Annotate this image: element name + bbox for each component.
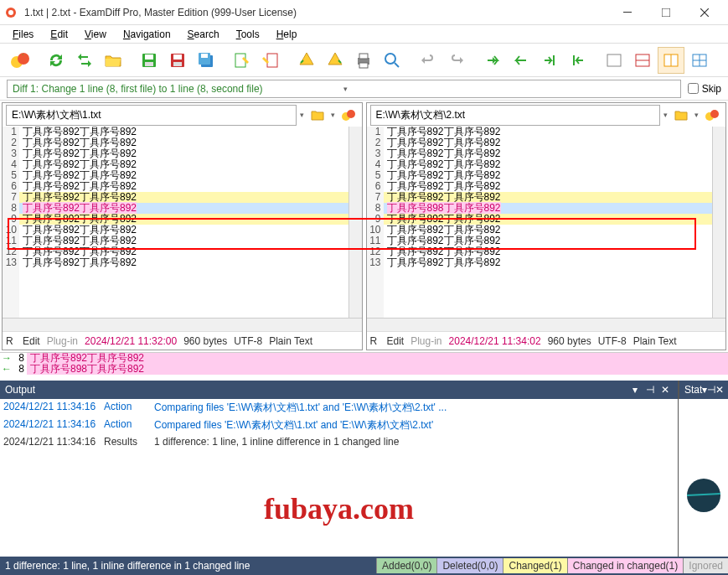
chevron-down-icon[interactable]: ▾ (300, 111, 304, 119)
svg-rect-19 (359, 63, 368, 68)
view-grid-icon[interactable] (686, 47, 713, 74)
compare-file-icon[interactable] (702, 105, 722, 125)
open-file-icon[interactable] (671, 105, 691, 125)
scrollbar-h[interactable] (367, 318, 726, 331)
svg-rect-7 (145, 54, 153, 60)
menu-navigation[interactable]: Navigation (115, 27, 179, 42)
maximize-button[interactable] (647, 0, 685, 25)
close-icon[interactable]: ✕ (715, 384, 724, 396)
view-split-v-icon[interactable] (658, 47, 684, 74)
right-pane: E:\W\素材\文档\2.txt ▾ ▾ 12345678910111213 丁… (366, 102, 727, 350)
svg-rect-23 (607, 54, 621, 66)
right-content[interactable]: 12345678910111213 丁具序号892丁具序号892丁具序号892丁… (367, 127, 726, 318)
right-file-path[interactable]: E:\W\素材\文档\2.txt (370, 105, 661, 126)
app-icon (4, 6, 18, 19)
svg-rect-18 (359, 54, 368, 59)
compare-split: E:\W\素材\文档\1.txt ▾ ▾ 12345678910111213 丁… (0, 101, 728, 352)
menubar: Files Edit View Navigation Search Tools … (0, 25, 728, 44)
next-diff-icon[interactable] (479, 47, 506, 74)
svg-rect-3 (662, 8, 670, 17)
left-pane: E:\W\素材\文档\1.txt ▾ ▾ 12345678910111213 丁… (2, 102, 363, 350)
svg-point-1 (8, 10, 13, 15)
minimize-button[interactable] (608, 0, 647, 25)
status-bar: 1 difference: 1 line, 1 inline differenc… (0, 557, 728, 575)
svg-point-5 (18, 53, 29, 65)
open-folder-icon[interactable] (100, 47, 126, 74)
output-title: Output (5, 384, 627, 396)
output-row: 2024/12/21 11:34:16Results1 difference: … (0, 434, 678, 449)
scrollbar-v[interactable] (349, 127, 362, 318)
left-info: R Edit Plug-in 2024/12/21 11:32:00 960 b… (3, 331, 362, 350)
first-diff-icon[interactable] (565, 47, 591, 74)
output-panel: Output ▾ ⊣ ✕ 2024/12/21 11:34:16ActionCo… (0, 381, 678, 557)
output-row: 2024/12/21 11:34:16ActionCompared files … (0, 417, 678, 434)
swap-icon[interactable] (71, 47, 98, 74)
redo-icon[interactable] (443, 47, 470, 74)
close-button[interactable] (685, 0, 724, 25)
svg-rect-22 (573, 55, 575, 65)
window-title: 1.txt | 2.txt - ExamDiff Pro, Master Edi… (24, 7, 608, 18)
dropdown-icon[interactable]: ▾ (627, 384, 643, 396)
view-single-icon[interactable] (601, 47, 627, 74)
change-row[interactable]: ← 8 丁具序号898丁具序号892 (0, 364, 728, 375)
last-diff-icon[interactable] (536, 47, 563, 74)
badge-ignored: Ignored (683, 558, 728, 573)
stat-panel: Stat ▾ ⊣ ✕ (678, 381, 728, 557)
svg-rect-8 (145, 62, 153, 66)
chevron-down-icon[interactable]: ▾ (663, 111, 668, 119)
diff-selector-bar: Diff 1: Change 1 line (8, first file) to… (0, 77, 728, 101)
skip-checkbox[interactable]: Skip (688, 83, 721, 95)
edit-right-icon[interactable] (257, 47, 284, 74)
svg-point-34 (710, 110, 719, 118)
svg-rect-21 (553, 55, 555, 65)
titlebar: 1.txt | 2.txt - ExamDiff Pro, Master Edi… (0, 0, 728, 25)
pie-chart-icon (687, 479, 720, 512)
pin-icon[interactable]: ⊣ (643, 384, 658, 396)
status-message: 1 difference: 1 line, 1 inline differenc… (0, 560, 376, 572)
stat-title: Stat (684, 384, 702, 396)
menu-files[interactable]: Files (4, 27, 42, 42)
watermark: fubaya.com (264, 491, 414, 526)
print-icon[interactable] (350, 47, 377, 74)
changes-panel: → 8 丁具序号892丁具序号892 ← 8 丁具序号898丁具序号892 (0, 352, 728, 381)
merge-right-icon[interactable] (322, 47, 349, 74)
bottom-panels: Output ▾ ⊣ ✕ 2024/12/21 11:34:16ActionCo… (0, 381, 728, 557)
scrollbar-h[interactable] (3, 318, 362, 331)
save-all-icon[interactable] (193, 47, 219, 74)
svg-rect-2 (623, 12, 632, 13)
menu-help[interactable]: Help (268, 27, 306, 42)
undo-icon[interactable] (415, 47, 441, 74)
prev-diff-icon[interactable] (508, 47, 534, 74)
save-icon[interactable] (136, 47, 163, 74)
svg-rect-11 (173, 62, 182, 66)
menu-view[interactable]: View (76, 27, 115, 42)
diff-dropdown[interactable]: Diff 1: Change 1 line (8, first file) to… (7, 80, 681, 98)
left-content[interactable]: 12345678910111213 丁具序号892丁具序号892丁具序号892丁… (3, 127, 362, 318)
left-file-path[interactable]: E:\W\素材\文档\1.txt (6, 105, 297, 126)
badge-added: Added(0,0) (376, 558, 436, 573)
svg-rect-14 (201, 54, 208, 58)
compare-file-icon[interactable] (338, 105, 359, 125)
menu-edit[interactable]: Edit (42, 27, 76, 42)
toolbar (0, 44, 728, 77)
svg-rect-10 (173, 54, 182, 60)
search-icon[interactable] (379, 47, 405, 74)
refresh-icon[interactable] (43, 47, 70, 74)
close-icon[interactable]: ✕ (658, 384, 673, 396)
compare-button[interactable] (7, 47, 34, 74)
save-red-icon[interactable] (164, 47, 191, 74)
edit-left-icon[interactable] (229, 47, 256, 74)
menu-search[interactable]: Search (179, 27, 228, 42)
view-split-h-icon[interactable] (629, 47, 656, 74)
svg-point-20 (385, 54, 395, 64)
merge-left-icon[interactable] (293, 47, 320, 74)
scrollbar-v[interactable] (712, 127, 725, 318)
output-row: 2024/12/21 11:34:16ActionComparing files… (0, 399, 678, 417)
badge-deleted: Deleted(0,0) (436, 558, 503, 573)
menu-tools[interactable]: Tools (228, 27, 268, 42)
badge-changed: Changed(1) (503, 558, 566, 573)
badge-changed-in-changed: Changed in changed(1) (567, 558, 683, 573)
pin-icon[interactable]: ⊣ (707, 384, 715, 396)
svg-point-32 (347, 110, 355, 118)
open-file-icon[interactable] (307, 105, 328, 125)
